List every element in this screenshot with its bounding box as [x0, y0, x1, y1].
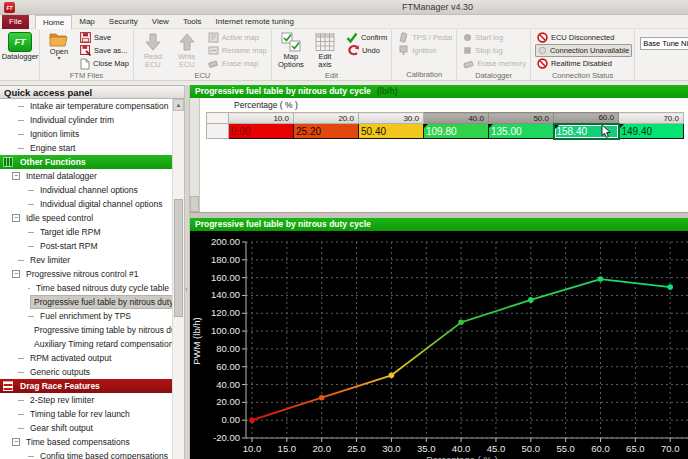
sidebar-item-config-time-based-compensations[interactable]: Config time based compensations	[0, 449, 172, 459]
sidebar-item-timing-table-for-rev-launch[interactable]: Timing table for rev launch	[0, 407, 172, 421]
sidebar-item-fuel-enrichment-by-tps[interactable]: Fuel enrichment by TPS	[0, 309, 172, 323]
sidebar-scrollbar[interactable]: ▲	[172, 99, 184, 459]
tree-dash-icon	[18, 414, 24, 415]
menu-tab-internet-remote-tuning[interactable]: Internet remote tuning	[209, 15, 301, 29]
sidebar-item-gear-shift-output[interactable]: Gear shift output	[0, 421, 172, 435]
sidebar-item-rev-limiter[interactable]: Rev limiter	[0, 253, 172, 267]
table-col-header-50.0[interactable]: 50.0	[489, 113, 554, 124]
table-cell-30.0[interactable]: 50.40	[359, 124, 424, 139]
confirm-button[interactable]: Confirm	[344, 31, 389, 44]
write-ecu-button[interactable]: Write ECU	[170, 31, 204, 70]
table-col-header-60.0[interactable]: 60.0	[554, 113, 619, 124]
sidebar-item-label: Intake air temperature compensation	[27, 100, 171, 112]
scrollbar-thumb[interactable]	[174, 199, 183, 317]
sidebar-item-progressive-nitrous-control-1[interactable]: −Progressive nitrous control #1	[0, 267, 172, 281]
sidebar-item-internal-datalogger[interactable]: −Internal datalogger	[0, 169, 172, 183]
table-cell-50.0[interactable]: 135.00	[489, 124, 554, 139]
undo-button[interactable]: Undo	[344, 44, 389, 57]
svg-text:20.00: 20.00	[216, 396, 240, 407]
table-col-header-10.0[interactable]: 10.0	[229, 113, 294, 124]
map-options-label: Map Options	[278, 53, 304, 69]
table-cell-value: 109.80	[426, 126, 457, 137]
sidebar-item-rpm-activated-output[interactable]: RPM activated output	[0, 351, 172, 365]
menu-tab-view[interactable]: View	[145, 15, 176, 29]
sidebar-item-individual-cylinder-trim[interactable]: Individual cylinder trim	[0, 113, 172, 127]
save-button[interactable]: Save	[78, 31, 131, 44]
erase-map-label: Erase map	[222, 59, 258, 68]
sidebar-item-time-based-nitrous-duty-cycle-table[interactable]: Time based nitrous duty cycle table	[0, 281, 172, 295]
sidebar-item-generic-outputs[interactable]: Generic outputs	[0, 365, 172, 379]
menu-tab-map[interactable]: Map	[72, 15, 102, 29]
ecu-disconnected-button[interactable]: ECU Disconnected	[535, 31, 632, 44]
save-as-icon	[80, 45, 91, 56]
open-button[interactable]: Open▾	[42, 31, 76, 61]
erase-map-button[interactable]: Erase map	[206, 57, 269, 70]
write-ecu-icon	[176, 32, 198, 52]
svg-text:160.00: 160.00	[211, 272, 240, 283]
menu-tab-home[interactable]: Home	[35, 15, 72, 29]
sidebar-item-ignition-limits[interactable]: Ignition limits	[0, 127, 172, 141]
edit-axis-button[interactable]: Edit axis	[308, 31, 342, 70]
active-map-button[interactable]: Active map	[206, 31, 269, 44]
map-name-input[interactable]	[640, 37, 688, 50]
tree-dash-icon	[18, 106, 24, 107]
svg-text:70.0: 70.0	[661, 443, 680, 454]
collapse-box-icon[interactable]: −	[12, 438, 20, 446]
ribbon-group-g7	[635, 30, 688, 80]
table-col-header-40.0[interactable]: 40.0	[424, 113, 489, 124]
table-col-header-70.0[interactable]: 70.0	[619, 113, 684, 124]
tree-dash-icon	[18, 148, 24, 149]
table-col-header-20.0[interactable]: 20.0	[294, 113, 359, 124]
sidebar-item-time-based-compensations[interactable]: −Time based compensations	[0, 435, 172, 449]
sidebar-item-individual-channel-options[interactable]: Individual channel options	[0, 183, 172, 197]
start-log-button[interactable]: Start log	[461, 31, 528, 44]
table-cell-10.0[interactable]: 0.00	[229, 124, 294, 139]
ignition-button[interactable]: Ignition	[396, 44, 454, 57]
collapse-box-icon[interactable]: −	[12, 172, 20, 180]
sidebar-item-other-functions[interactable]: Other Functions	[0, 155, 172, 169]
sidebar-item-auxiliary-timing-retard-compensation[interactable]: Auxiliary Timing retard compensation	[0, 337, 172, 351]
ribbon-group-label: Calibration	[394, 69, 454, 80]
table-cell-70.0[interactable]: 149.40	[619, 124, 684, 139]
collapse-box-icon[interactable]: −	[12, 270, 20, 278]
stop-log-button[interactable]: Stop log	[461, 44, 528, 57]
rename-map-button[interactable]: Rename map	[206, 44, 269, 57]
sidebar-item-intake-air-temperature-compensation[interactable]: Intake air temperature compensation	[0, 99, 172, 113]
dropdown-caret-icon[interactable]: ▾	[57, 56, 60, 60]
datalogger-button[interactable]: FTDatalogger	[3, 31, 37, 62]
close-map-button[interactable]: Close Map	[78, 57, 131, 70]
sidebar-item-drag-race-features[interactable]: Drag Race Features	[0, 379, 172, 393]
sidebar-item-idle-speed-control[interactable]: −Idle speed control	[0, 211, 172, 225]
sidebar-item-individual-digital-channel-options[interactable]: Individual digital channel options	[0, 197, 172, 211]
sidebar-item-progressive-timing-table-by-nitrous-duty-cycle[interactable]: Progressive timing table by nitrous duty…	[0, 323, 172, 337]
table-cell-20.0[interactable]: 25.20	[294, 124, 359, 139]
table-cell-value: 135.00	[491, 126, 522, 137]
sidebar-item-progressive-fuel-table-by-nitrous-duty-cycle[interactable]: Progressive fuel table by nitrous duty c…	[0, 295, 172, 309]
menu-tab-tools[interactable]: Tools	[176, 15, 209, 29]
read-ecu-button[interactable]: Read ECU	[136, 31, 170, 70]
tps-pedal-button[interactable]: TPS / Pedal	[396, 31, 454, 44]
connection-unavailable-button[interactable]: Connection Unavailable	[535, 44, 632, 57]
save-as-button[interactable]: Save as...	[78, 44, 131, 57]
table-left-scrollbar[interactable]	[190, 98, 200, 212]
svg-text:35.0: 35.0	[417, 443, 436, 454]
ftmanager-window: FT FTManager v4.30 FileHomeMapSecurityVi…	[0, 0, 688, 459]
table-col-header-30.0[interactable]: 30.0	[359, 113, 424, 124]
map-options-button[interactable]: Map Options	[274, 31, 308, 70]
sidebar-item-engine-start[interactable]: Engine start	[0, 141, 172, 155]
menu-tab-file[interactable]: File	[2, 15, 29, 29]
realtime-disabled-label: Realtime Disabled	[551, 59, 612, 68]
table-row-label	[207, 124, 229, 139]
table-cell-40.0[interactable]: 109.80	[424, 124, 489, 139]
table-scrollbar-endcap[interactable]	[190, 196, 199, 212]
sidebar-item-post-start-rpm[interactable]: Post-start RPM	[0, 239, 172, 253]
erase-memory-button[interactable]: Erase memory	[461, 57, 528, 70]
collapse-box-icon[interactable]: −	[12, 214, 20, 222]
sidebar-item-target-idle-rpm[interactable]: Target idle RPM	[0, 225, 172, 239]
cell-marker-icon	[555, 125, 559, 129]
collapse-chevron-icon[interactable]: ‹	[185, 285, 188, 294]
scroll-up-icon[interactable]: ▲	[173, 99, 184, 111]
menu-tab-security[interactable]: Security	[102, 15, 145, 29]
sidebar-item-2-step-rev-limiter[interactable]: 2-Step rev limiter	[0, 393, 172, 407]
realtime-disabled-button[interactable]: Realtime Disabled	[535, 57, 632, 70]
